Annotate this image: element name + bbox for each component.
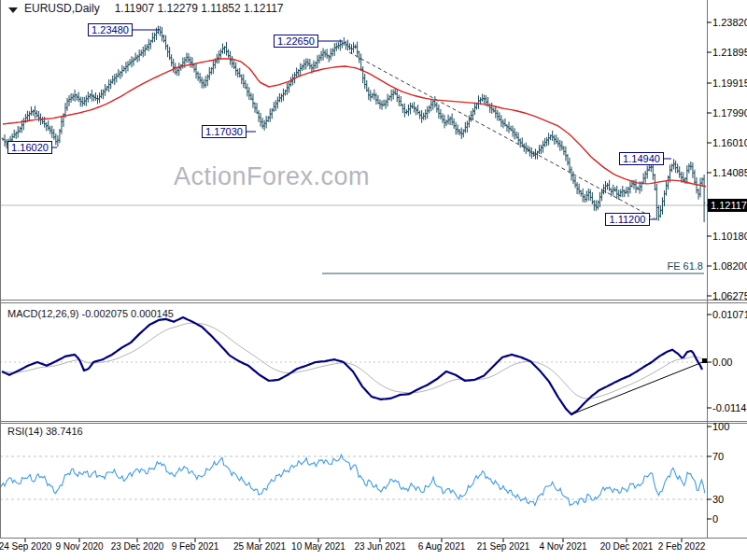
macd-indicator-label: MACD(12,26,9) -0.002075 0.000145 bbox=[7, 308, 174, 319]
price-axis-label: 1.17990 bbox=[712, 107, 747, 119]
macd-signal-line bbox=[2, 323, 702, 399]
price-axis-label: 1.10180 bbox=[712, 231, 747, 242]
price-axis-label: 70 bbox=[712, 451, 747, 462]
price-axis-label: 1.06275 bbox=[712, 290, 747, 301]
price-axis-label: 1.08200 bbox=[712, 260, 747, 272]
time-axis-label: 23 Jun 2021 bbox=[350, 541, 410, 552]
watermark: ActionForex.com bbox=[174, 162, 370, 191]
price-level-label[interactable]: 1.14940 bbox=[619, 152, 664, 165]
fibonacci-level-label[interactable]: FE 61.8 bbox=[655, 260, 703, 272]
time-axis-label: 23 Dec 2020 bbox=[107, 541, 167, 552]
time-axis-label: 9 Nov 2020 bbox=[49, 541, 109, 552]
price-axis-label: 0.00 bbox=[712, 357, 747, 368]
time-axis-label: 9 Feb 2021 bbox=[165, 541, 225, 552]
price-axis-label: 30 bbox=[712, 494, 747, 505]
price-level-label[interactable]: 1.16020 bbox=[7, 141, 52, 154]
rsi-line bbox=[0, 455, 705, 505]
chart-title-quote: 1.11907 1.12279 1.11852 1.12117 bbox=[115, 2, 284, 15]
ohlc-bars bbox=[2, 26, 706, 223]
macd-main-line bbox=[2, 317, 702, 414]
time-axis-label: 2 Feb 2022 bbox=[652, 541, 712, 552]
price-axis-label: 0 bbox=[712, 513, 747, 525]
price-level-label[interactable]: 1.22650 bbox=[274, 35, 318, 48]
price-axis-label: 1.19915 bbox=[712, 77, 747, 89]
current-price-tag: 1.12117 bbox=[708, 199, 747, 212]
time-axis-label: 10 May 2021 bbox=[289, 541, 348, 552]
time-axis-label: 24 Sep 2020 bbox=[0, 541, 55, 552]
symbol-dropdown-icon[interactable] bbox=[8, 7, 18, 13]
chart-window: EURUSD,Daily 1.11907 1.12279 1.11852 1.1… bbox=[0, 0, 747, 560]
price-axis-label: 1.21895 bbox=[712, 47, 747, 58]
time-axis-label: 4 Nov 2021 bbox=[533, 541, 593, 552]
time-axis-label: 6 Aug 2021 bbox=[412, 541, 472, 552]
price-axis-label: 1.14085 bbox=[712, 167, 747, 178]
time-axis-label: 21 Sep 2021 bbox=[473, 541, 533, 552]
price-level-label[interactable]: 1.23480 bbox=[88, 23, 133, 36]
price-axis-label: 100 bbox=[712, 421, 747, 432]
price-axis-label: 1.16010 bbox=[712, 137, 747, 148]
chart-canvas[interactable] bbox=[0, 0, 747, 560]
price-axis-label: 1.23820 bbox=[712, 17, 747, 28]
price-level-label[interactable]: 1.17030 bbox=[202, 125, 247, 138]
time-axis-label: 25 Mar 2021 bbox=[230, 541, 289, 552]
price-axis-label: -0.011424 bbox=[712, 402, 747, 413]
time-axis-label: 20 Dec 2021 bbox=[597, 541, 656, 552]
price-dashed-trendline[interactable] bbox=[349, 52, 655, 218]
macd-trendline-handle[interactable] bbox=[702, 358, 707, 363]
chart-title: EURUSD,Daily 1.11907 1.12279 1.11852 1.1… bbox=[24, 2, 284, 15]
macd-trendline[interactable] bbox=[571, 361, 705, 414]
price-level-label[interactable]: 1.11200 bbox=[605, 213, 650, 226]
rsi-indicator-label: RSI(14) 38.7416 bbox=[7, 426, 83, 437]
chart-title-symbol: EURUSD,Daily bbox=[24, 2, 100, 15]
price-axis-label: 0.010715 bbox=[712, 309, 747, 320]
